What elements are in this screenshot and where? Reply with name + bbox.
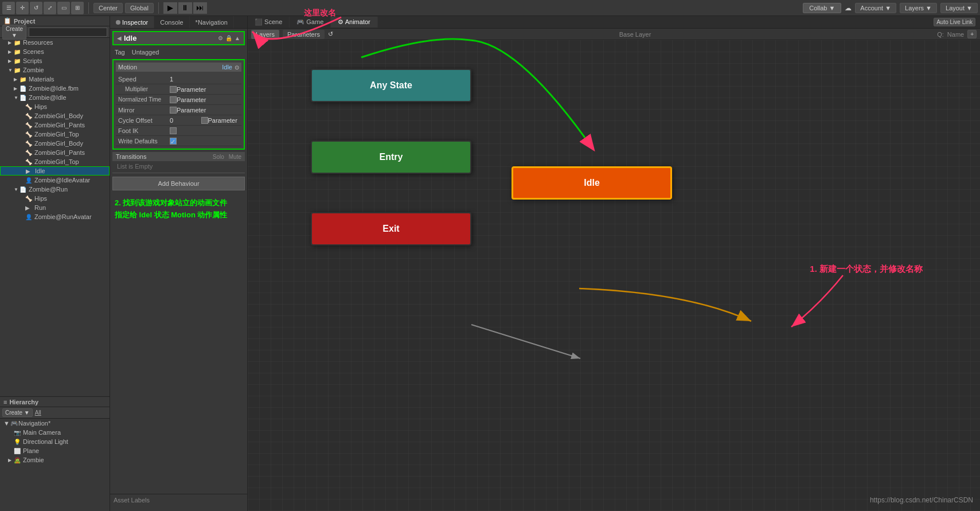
tree-item-label: Zombie@RunAvatar <box>34 213 92 220</box>
tree-item-materials[interactable]: ▶ 📁 Materials <box>0 75 110 84</box>
speed-row: Speed 1 <box>116 74 241 84</box>
pause-button[interactable]: ⏸ <box>178 2 192 14</box>
tree-item-label: Materials <box>29 76 54 83</box>
animator-parameters-tab[interactable]: Parameters <box>283 30 325 39</box>
tab-scene[interactable]: ⬛ Scene <box>248 17 290 28</box>
write-defaults-label: Write Defaults <box>118 138 170 145</box>
main-layout: 📋 Project Create ▼ ▶ 📁 Resources ▶ 📁 Sce… <box>0 16 980 511</box>
create-button[interactable]: Create ▼ <box>2 25 26 40</box>
cycle-checkbox[interactable] <box>201 117 208 124</box>
tree-item-label: Idle <box>35 167 45 174</box>
refresh-icon[interactable]: ↺ <box>328 30 333 38</box>
tree-item-scripts[interactable]: ▶ 📁 Scripts <box>0 56 110 65</box>
normalized-row: Normalized Time Parameter <box>116 95 241 105</box>
tree-item-zombie-idle-fbm[interactable]: ▶ 📄 Zombie@Idle.fbm <box>0 84 110 93</box>
solo-label: Solo <box>213 154 224 160</box>
tree-item-label: Scenes <box>23 48 44 55</box>
tree-item-scenes[interactable]: ▶ 📁 Scenes <box>0 47 110 56</box>
normalized-checkbox[interactable] <box>170 96 177 103</box>
hierarchy-create-btn[interactable]: Create ▼ <box>2 408 33 417</box>
settings-icon[interactable]: ⚙ <box>218 35 223 41</box>
exit-node[interactable]: Exit <box>311 212 471 245</box>
collab-button[interactable]: Collab ▼ <box>803 3 841 13</box>
tab-inspector-label: Inspector <box>122 19 148 26</box>
tree-item-idle[interactable]: ▶ Idle <box>0 166 110 175</box>
tree-item-zombie-idle[interactable]: ▼ 📄 Zombie@Idle <box>0 93 110 102</box>
foot-ik-checkbox[interactable] <box>170 127 177 134</box>
tree-item-label: Hips <box>34 103 47 110</box>
foot-ik-row: Foot IK <box>116 126 241 136</box>
hierarchy-item-label: Main Camera <box>23 429 61 436</box>
add-param-btn[interactable]: + <box>967 30 977 38</box>
tree-item-zombie[interactable]: ▼ 📁 Zombie <box>0 65 110 75</box>
arrow-up-icon[interactable]: ▲ <box>235 35 240 41</box>
tree-item-run[interactable]: ▶ Run <box>0 203 110 212</box>
hand-icon[interactable]: ☰ <box>2 2 15 14</box>
tool-buttons: ☰ ✛ ↺ ⤢ ▭ ⊞ <box>2 2 84 14</box>
animator-graph[interactable]: Any State Entry Exit Idle <box>248 40 980 511</box>
animator-layers-tab[interactable]: Layers <box>251 30 279 39</box>
idle-node[interactable]: Idle <box>512 166 672 200</box>
write-defaults-checkbox[interactable]: ✓ <box>170 138 177 145</box>
tree-item-zombie-run[interactable]: ▼ 📄 Zombie@Run <box>0 185 110 194</box>
tab-navigation[interactable]: *Navigation <box>190 16 234 28</box>
cycle-offset-value: 0 <box>170 117 201 124</box>
rect-icon[interactable]: ▭ <box>57 2 70 14</box>
scene-name[interactable]: ▼ 🎮 Navigation* <box>0 419 110 428</box>
tree-item-zombiegirl-pants2[interactable]: 🦴 ZombieGirl_Pants <box>0 148 110 157</box>
add-behaviour-button[interactable]: Add Behaviour <box>112 177 245 190</box>
name-label-text: Name <box>947 31 964 38</box>
tree-item-hips[interactable]: 🦴 Hips <box>0 102 110 111</box>
game-icon: 🎮 <box>296 18 304 25</box>
tree-item-label: Hips <box>34 195 47 202</box>
rotate-icon[interactable]: ↺ <box>30 2 42 14</box>
list-empty-label: List is Empty <box>117 163 153 170</box>
tree-item-zombiegirl-pants1[interactable]: 🦴 ZombieGirl_Pants <box>0 120 110 130</box>
scale-icon[interactable]: ⤢ <box>44 2 56 14</box>
move-icon[interactable]: ✛ <box>16 2 29 14</box>
tab-game[interactable]: 🎮 Game <box>290 17 331 28</box>
animator-sub-toolbar: Layers Parameters ↺ Base Layer Q: Name + <box>248 29 980 40</box>
tab-inspector[interactable]: Inspector <box>110 16 154 28</box>
tree-item-zombiegirl-body2[interactable]: 🦴 ZombieGirl_Body <box>0 139 110 148</box>
tab-animator[interactable]: ⚙ Animator <box>331 17 377 28</box>
tree-item-zombiegirl-top2[interactable]: 🦴 ZombieGirl_Top <box>0 157 110 166</box>
layout-button[interactable]: Layout ▼ <box>940 3 978 13</box>
tree-item-zombiegirl-body1[interactable]: 🦴 ZombieGirl_Body <box>0 111 110 120</box>
account-button[interactable]: Account ▼ <box>855 3 896 13</box>
any-state-node[interactable]: Any State <box>311 69 471 102</box>
back-arrow-icon[interactable]: ◀ <box>117 35 122 41</box>
project-panel: 📋 Project Create ▼ ▶ 📁 Resources ▶ 📁 Sce… <box>0 16 110 396</box>
write-defaults-row: Write Defaults ✓ <box>116 136 241 146</box>
tree-item-zombie-run-avatar[interactable]: 👤 Zombie@RunAvatar <box>0 212 110 221</box>
transform-icon[interactable]: ⊞ <box>71 2 84 14</box>
hierarchy-toolbar: Create ▼ All <box>0 407 110 419</box>
tree-item-zombie-idle-avatar[interactable]: 👤 Zombie@IdleAvatar <box>0 175 110 185</box>
tab-console[interactable]: Console <box>154 16 189 28</box>
global-button[interactable]: Global <box>125 3 154 13</box>
motion-menu-icon[interactable]: ⊙ <box>235 64 239 71</box>
play-button[interactable]: ▶ <box>163 2 177 14</box>
search-input[interactable] <box>29 28 107 37</box>
hierarchy-plane[interactable]: ⬜ Plane <box>0 446 110 455</box>
tag-label: Tag <box>115 49 125 56</box>
transitions-header: Transitions Solo Mute <box>112 152 245 161</box>
inspector-tabs: Inspector Console *Navigation <box>110 16 247 29</box>
layers-button[interactable]: Layers ▼ <box>900 3 937 13</box>
hierarchy-all-btn[interactable]: All <box>35 409 41 416</box>
auto-live-link-btn[interactable]: Auto Live Link <box>934 18 975 26</box>
hierarchy-directional-light[interactable]: 💡 Directional Light <box>0 437 110 446</box>
mirror-checkbox[interactable] <box>170 107 177 114</box>
lock-icon[interactable]: 🔒 <box>225 35 232 41</box>
tree-item-resources[interactable]: ▶ 📁 Resources <box>0 38 110 47</box>
center-button[interactable]: Center <box>93 3 123 13</box>
hierarchy-main-camera[interactable]: 📷 Main Camera <box>0 428 110 437</box>
multiplier-checkbox[interactable] <box>170 86 177 93</box>
step2-annotation: 2. 找到该游戏对象站立的动画文件 指定给 Idel 状态 Motion 动作属… <box>115 197 243 221</box>
hierarchy-zombie[interactable]: ▶ 🧟 Zombie <box>0 455 110 465</box>
tree-item-hips-run[interactable]: 🦴 Hips <box>0 194 110 203</box>
tree-item-zombiegirl-top1[interactable]: 🦴 ZombieGirl_Top <box>0 130 110 139</box>
step-button[interactable]: ⏭ <box>193 2 207 14</box>
entry-node[interactable]: Entry <box>311 141 471 174</box>
idle-label: Idle <box>584 178 600 188</box>
